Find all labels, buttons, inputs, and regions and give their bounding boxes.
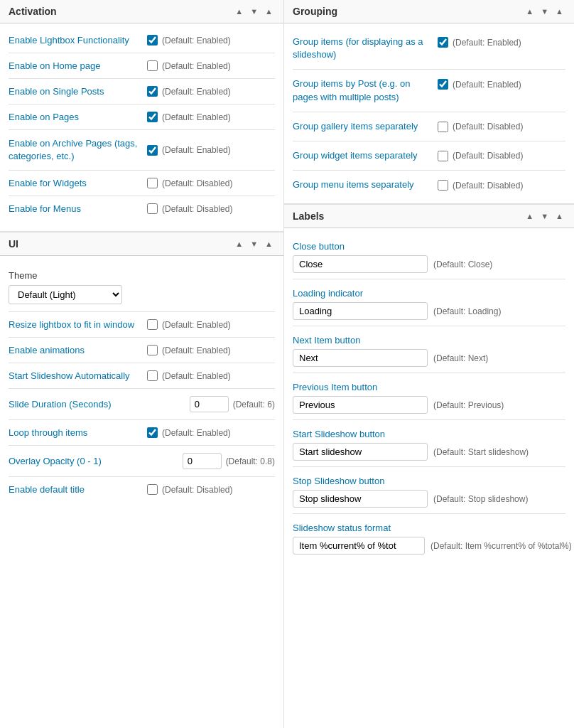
resize-control: (Default: Enabled)	[147, 319, 275, 330]
enable-widgets-control: (Default: Disabled)	[147, 178, 275, 188]
animations-label: Enable animations	[9, 345, 141, 355]
close-label-row: Close button (Default: Close)	[293, 235, 565, 276]
enable-menus-checkbox[interactable]	[147, 203, 158, 214]
ui-controls: ▲ ▼ ▲	[233, 240, 275, 249]
setting-row: Start Slideshow Automatically (Default: …	[9, 366, 275, 385]
activation-controls: ▲ ▼ ▲	[233, 7, 275, 16]
overlay-row: Overlay Opacity (0 - 1) (Default: 0.8)	[9, 449, 275, 473]
grouping-row: Group menu items separately (Default: Di…	[293, 173, 565, 196]
overlay-label: Overlay Opacity (0 - 1)	[9, 456, 177, 466]
group-post-checkbox[interactable]	[438, 79, 448, 90]
slide-duration-default: (Default: 6)	[233, 400, 275, 410]
labels-down-btn[interactable]: ▼	[538, 212, 551, 221]
prev-label-name: Previous Item button	[293, 382, 565, 392]
ui-body: Theme Default (Light) Default (Dark) Cus…	[0, 256, 283, 506]
enable-lightbox-default: (Default: Enabled)	[162, 36, 231, 46]
activation-title: Activation	[9, 6, 57, 17]
default-title-checkbox[interactable]	[147, 484, 158, 495]
labels-section: Labels ▲ ▼ ▲ Close button (Default: Clos…	[284, 203, 574, 564]
enable-single-label: Enable on Single Posts	[9, 86, 141, 97]
stop-slideshow-default: (Default: Stop slideshow)	[433, 494, 528, 504]
setting-row: Enable on Single Posts (Default: Enabled…	[9, 82, 275, 101]
start-auto-default: (Default: Enabled)	[162, 371, 231, 381]
labels-up-btn[interactable]: ▲	[524, 212, 536, 221]
start-auto-checkbox[interactable]	[147, 370, 158, 381]
status-format-label-name: Slideshow status format	[293, 523, 565, 533]
group-menu-checkbox[interactable]	[438, 180, 448, 191]
group-widget-checkbox[interactable]	[438, 151, 448, 161]
overlay-default: (Default: 0.8)	[226, 456, 275, 466]
slide-duration-row: Slide Duration (Seconds) (Default: 6)	[9, 392, 275, 417]
enable-widgets-default: (Default: Disabled)	[162, 178, 232, 188]
prev-input[interactable]	[293, 396, 428, 414]
enable-archive-control: (Default: Enabled)	[147, 145, 275, 156]
theme-row: Theme Default (Light) Default (Dark) Cus…	[9, 263, 275, 309]
loop-control: (Default: Enabled)	[147, 427, 275, 438]
right-panel: Grouping ▲ ▼ ▲ Group items (for displayi…	[284, 0, 574, 728]
ui-up-btn[interactable]: ▲	[233, 240, 245, 249]
start-slideshow-input[interactable]	[293, 443, 428, 461]
default-title-label: Enable default title	[9, 484, 141, 495]
close-input[interactable]	[293, 255, 428, 273]
enable-home-checkbox[interactable]	[147, 60, 158, 71]
prev-default: (Default: Previous)	[433, 400, 504, 410]
grouping-expand-btn[interactable]: ▲	[553, 7, 565, 16]
stop-slideshow-input[interactable]	[293, 490, 428, 508]
loop-checkbox[interactable]	[147, 427, 158, 438]
enable-home-control: (Default: Enabled)	[147, 60, 275, 71]
activation-down-btn[interactable]: ▼	[248, 7, 260, 16]
group-slideshow-checkbox[interactable]	[438, 37, 448, 48]
ui-title: UI	[9, 238, 18, 250]
loop-default: (Default: Enabled)	[162, 428, 231, 438]
next-input[interactable]	[293, 349, 428, 367]
grouping-row: Group widget items separately (Default: …	[293, 144, 565, 167]
group-widget-control: (Default: Disabled)	[438, 149, 565, 161]
setting-row: Enable Lightbox Functionality (Default: …	[9, 31, 275, 50]
slide-duration-label: Slide Duration (Seconds)	[9, 399, 184, 410]
start-slideshow-input-row: (Default: Start slideshow)	[293, 443, 565, 461]
slide-duration-input[interactable]	[190, 396, 229, 412]
enable-pages-checkbox[interactable]	[147, 112, 158, 122]
close-label-name: Close button	[293, 241, 565, 252]
enable-single-checkbox[interactable]	[147, 86, 158, 97]
setting-row: Enable on Archive Pages (tags, categorie…	[9, 133, 275, 167]
enable-menus-label: Enable for Menus	[9, 203, 141, 214]
setting-row: Enable for Menus (Default: Disabled)	[9, 199, 275, 218]
resize-default: (Default: Enabled)	[162, 320, 231, 330]
enable-lightbox-checkbox[interactable]	[147, 35, 158, 46]
enable-archive-checkbox[interactable]	[147, 145, 158, 156]
stop-slideshow-label-name: Stop Slideshow button	[293, 476, 565, 486]
labels-title: Labels	[293, 210, 324, 222]
next-label-row: Next Item button (Default: Next)	[293, 329, 565, 370]
animations-checkbox[interactable]	[147, 345, 158, 355]
loading-label-name: Loading indicator	[293, 288, 565, 299]
grouping-up-btn[interactable]: ▲	[524, 7, 536, 16]
ui-down-btn[interactable]: ▼	[248, 240, 260, 249]
group-gallery-control: (Default: Disabled)	[438, 120, 565, 132]
labels-expand-btn[interactable]: ▲	[553, 212, 565, 221]
activation-up-btn[interactable]: ▲	[233, 7, 245, 16]
enable-pages-control: (Default: Enabled)	[147, 112, 275, 122]
ui-expand-btn[interactable]: ▲	[263, 240, 275, 249]
resize-checkbox[interactable]	[147, 319, 158, 330]
overlay-input[interactable]	[183, 453, 222, 469]
prev-label-row: Previous Item button (Default: Previous)	[293, 376, 565, 417]
grouping-down-btn[interactable]: ▼	[538, 7, 551, 16]
group-gallery-checkbox[interactable]	[438, 122, 448, 132]
enable-widgets-checkbox[interactable]	[147, 178, 158, 188]
enable-pages-default: (Default: Enabled)	[162, 112, 231, 122]
next-input-row: (Default: Next)	[293, 349, 565, 367]
stop-slideshow-label-row: Stop Slideshow button (Default: Stop sli…	[293, 470, 565, 510]
enable-pages-label: Enable on Pages	[9, 112, 141, 122]
status-format-input[interactable]	[293, 537, 425, 555]
loading-input[interactable]	[293, 302, 428, 320]
theme-select[interactable]: Default (Light) Default (Dark) Custom	[9, 285, 122, 304]
activation-expand-btn[interactable]: ▲	[263, 7, 275, 16]
group-widget-default: (Default: Disabled)	[453, 151, 523, 161]
loading-input-row: (Default: Loading)	[293, 302, 565, 320]
stop-slideshow-input-row: (Default: Stop slideshow)	[293, 490, 565, 508]
grouping-row: Group items (for displaying as a slidesh…	[293, 31, 565, 66]
setting-row: Resize lightbox to fit in window (Defaul…	[9, 315, 275, 334]
enable-archive-default: (Default: Enabled)	[162, 145, 231, 155]
enable-home-label: Enable on Home page	[9, 60, 141, 71]
